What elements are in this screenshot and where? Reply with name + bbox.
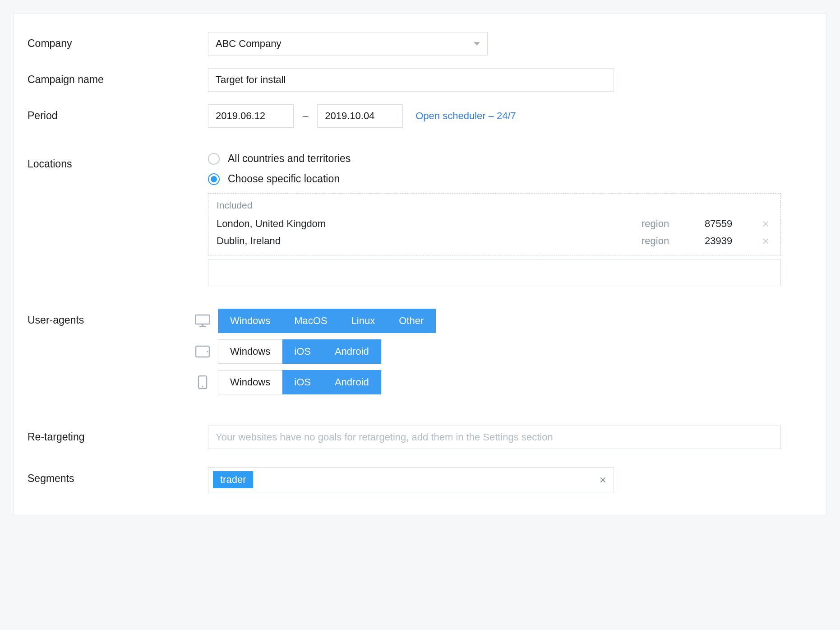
- radio-all-countries[interactable]: All countries and territories: [208, 153, 812, 165]
- label-campaign-name: Campaign name: [28, 68, 208, 86]
- ua-opt-ios[interactable]: iOS: [282, 370, 323, 394]
- campaign-name-input[interactable]: [208, 68, 614, 92]
- remove-location-button[interactable]: ×: [759, 235, 772, 247]
- ua-opt-android[interactable]: Android: [323, 370, 381, 394]
- desktop-icon: [194, 314, 211, 328]
- label-period: Period: [28, 104, 208, 122]
- location-name: London, United Kingdom: [217, 218, 642, 230]
- svg-rect-0: [195, 315, 210, 324]
- period-end-input[interactable]: [317, 104, 403, 128]
- ua-opt-windows[interactable]: Windows: [218, 339, 282, 364]
- row-locations: Locations All countries and territories …: [28, 153, 812, 286]
- svg-point-6: [202, 386, 203, 388]
- ua-desktop-options: Windows MacOS Linux Other: [218, 309, 436, 333]
- included-header: Included: [217, 200, 772, 211]
- label-retargeting: Re-targeting: [28, 426, 208, 443]
- company-selected-value: ABC Company: [216, 38, 282, 50]
- radio-specific-label: Choose specific location: [228, 173, 340, 185]
- location-type: region: [642, 218, 705, 230]
- svg-point-4: [207, 351, 208, 352]
- row-period: Period – Open scheduler – 24/7: [28, 104, 812, 128]
- remove-location-button[interactable]: ×: [759, 218, 772, 230]
- location-item: Dublin, Ireland region 23939 ×: [217, 232, 772, 250]
- label-user-agents: User-agents: [28, 309, 194, 326]
- row-campaign-name: Campaign name: [28, 68, 812, 92]
- location-count: 23939: [705, 235, 759, 247]
- label-locations: Locations: [28, 153, 208, 170]
- row-retargeting: Re-targeting Your websites have no goals…: [28, 426, 812, 449]
- svg-rect-2: [202, 324, 203, 326]
- ua-opt-ios[interactable]: iOS: [282, 339, 323, 364]
- ua-opt-macos[interactable]: MacOS: [282, 309, 339, 333]
- label-segments: Segments: [28, 467, 208, 485]
- ua-mobile-options: Windows iOS Android: [218, 370, 381, 394]
- mobile-icon: [194, 375, 211, 389]
- ua-opt-windows[interactable]: Windows: [218, 309, 282, 333]
- ua-tablet-options: Windows iOS Android: [218, 339, 381, 364]
- radio-all-label: All countries and territories: [228, 153, 351, 165]
- row-company: Company ABC Company: [28, 32, 812, 56]
- location-name: Dublin, Ireland: [217, 235, 642, 247]
- retargeting-input[interactable]: Your websites have no goals for retarget…: [208, 426, 781, 449]
- location-count: 87559: [705, 218, 759, 230]
- label-company: Company: [28, 32, 208, 50]
- ua-row-tablet: Windows iOS Android: [194, 339, 812, 364]
- ua-opt-linux[interactable]: Linux: [340, 309, 388, 333]
- segments-input[interactable]: trader ×: [208, 467, 614, 492]
- location-type: region: [642, 235, 705, 247]
- clear-segments-button[interactable]: ×: [597, 474, 609, 486]
- location-item: London, United Kingdom region 87559 ×: [217, 215, 772, 232]
- ua-opt-windows[interactable]: Windows: [218, 370, 282, 394]
- radio-specific-location[interactable]: Choose specific location: [208, 173, 812, 185]
- radio-icon: [208, 173, 220, 185]
- ua-row-desktop: Windows MacOS Linux Other: [194, 309, 812, 333]
- ua-row-mobile: Windows iOS Android: [194, 370, 812, 394]
- row-segments: Segments trader ×: [28, 467, 812, 492]
- period-separator: –: [303, 110, 308, 122]
- row-user-agents: User-agents Windows MacOS Linux Other: [28, 309, 812, 401]
- open-scheduler-link[interactable]: Open scheduler – 24/7: [415, 110, 516, 122]
- tablet-icon: [194, 344, 211, 359]
- company-select[interactable]: ABC Company: [208, 32, 488, 56]
- segment-tag[interactable]: trader: [213, 471, 253, 488]
- ua-opt-android[interactable]: Android: [323, 339, 381, 364]
- caret-down-icon: [474, 42, 480, 46]
- form-panel: Company ABC Company Campaign name Period…: [14, 14, 826, 515]
- radio-icon: [208, 153, 220, 165]
- included-locations-box: Included London, United Kingdom region 8…: [208, 193, 781, 255]
- location-search-input[interactable]: [208, 259, 781, 286]
- period-start-input[interactable]: [208, 104, 294, 128]
- ua-opt-other[interactable]: Other: [387, 309, 436, 333]
